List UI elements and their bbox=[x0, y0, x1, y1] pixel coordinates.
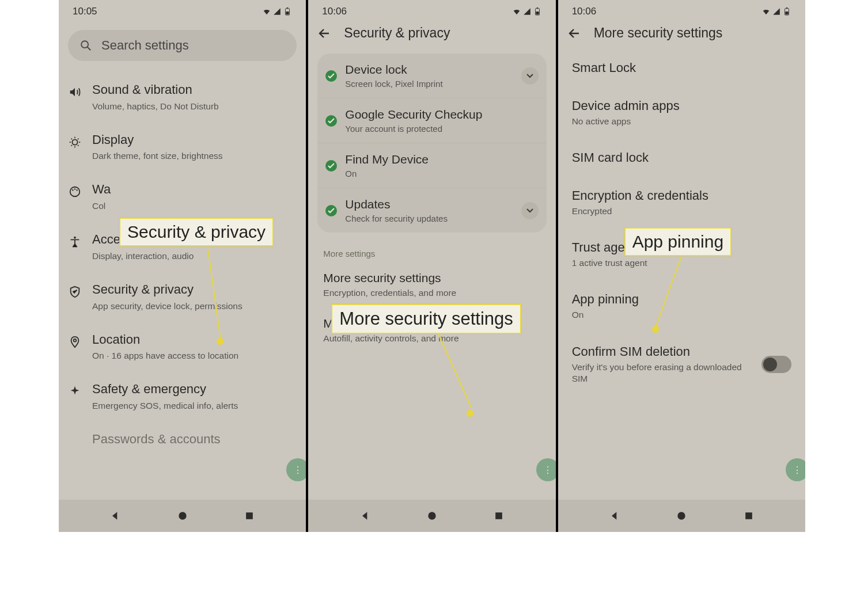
fab-button[interactable]: ⋮ bbox=[286, 458, 308, 481]
callout-app-pinning: App pinning bbox=[624, 227, 732, 256]
svg-line-4 bbox=[88, 47, 91, 51]
palette-icon bbox=[68, 185, 82, 199]
row-confirm-sim-deletion[interactable]: Confirm SIM deletionVerify it's you befo… bbox=[572, 333, 791, 396]
appbar: Security & privacy bbox=[308, 20, 555, 49]
fab-button[interactable]: ⋮ bbox=[536, 458, 558, 481]
svg-rect-18 bbox=[496, 512, 503, 519]
row-location[interactable]: LocationOn · 16 apps have access to loca… bbox=[68, 322, 297, 372]
nav-back-icon[interactable] bbox=[609, 510, 620, 522]
svg-point-9 bbox=[76, 190, 77, 191]
phone-screen-3: 10:06 More security settings Smart Lock … bbox=[558, 0, 805, 532]
row-sim-card-lock[interactable]: SIM card lock bbox=[572, 139, 791, 177]
nav-recent-icon[interactable] bbox=[743, 510, 755, 522]
card-updates[interactable]: UpdatesCheck for security updates bbox=[317, 188, 546, 233]
signal-icon bbox=[522, 7, 532, 16]
chevron-down-icon[interactable] bbox=[521, 202, 539, 219]
svg-rect-16 bbox=[536, 12, 539, 14]
nav-bar bbox=[558, 500, 805, 532]
appbar: More security settings bbox=[558, 20, 805, 49]
row-passwords-accounts[interactable]: Passwords & accounts bbox=[68, 422, 297, 459]
svg-point-11 bbox=[74, 339, 77, 342]
nav-recent-icon[interactable] bbox=[493, 510, 505, 522]
battery-icon bbox=[782, 7, 791, 16]
nav-recent-icon[interactable] bbox=[244, 510, 255, 522]
status-bar: 10:06 bbox=[558, 0, 805, 20]
toggle-switch[interactable] bbox=[761, 356, 791, 373]
signal-icon bbox=[772, 7, 781, 16]
card-google-security-checkup[interactable]: Google Security CheckupYour account is p… bbox=[317, 98, 546, 143]
status-bar: 10:05 bbox=[59, 0, 306, 20]
svg-rect-1 bbox=[287, 7, 289, 9]
row-encryption-credentials[interactable]: Encryption & credentialsEncrypted bbox=[572, 177, 791, 229]
accessibility-icon bbox=[68, 235, 82, 249]
svg-rect-21 bbox=[785, 12, 788, 14]
phone-screen-1: 10:05 Search settings Sound & vibrationV… bbox=[59, 0, 308, 532]
page-title: Security & privacy bbox=[344, 25, 450, 41]
status-bar: 10:06 bbox=[308, 0, 555, 20]
brightness-icon bbox=[68, 135, 82, 149]
svg-rect-13 bbox=[246, 512, 253, 519]
status-icons bbox=[262, 7, 292, 16]
page-title: More security settings bbox=[594, 25, 723, 41]
status-icons bbox=[512, 7, 542, 16]
svg-rect-23 bbox=[745, 512, 752, 519]
svg-point-5 bbox=[72, 139, 77, 145]
check-icon bbox=[325, 115, 337, 127]
chevron-down-icon[interactable] bbox=[521, 67, 539, 85]
section-label: More settings bbox=[323, 249, 540, 258]
signal-icon bbox=[272, 7, 282, 16]
row-wallpaper[interactable]: WaCol bbox=[68, 172, 297, 222]
row-security-privacy[interactable]: Security & privacyApp security, device l… bbox=[68, 272, 297, 322]
row-smart-lock[interactable]: Smart Lock bbox=[572, 49, 791, 87]
key-icon bbox=[68, 435, 82, 448]
callout-more-security-settings: More security settings bbox=[331, 304, 521, 334]
check-icon bbox=[325, 205, 337, 216]
svg-point-22 bbox=[678, 512, 685, 519]
back-button[interactable] bbox=[317, 26, 331, 40]
clock: 10:06 bbox=[572, 6, 597, 17]
check-icon bbox=[325, 160, 337, 172]
svg-point-3 bbox=[81, 41, 88, 48]
svg-rect-20 bbox=[786, 7, 788, 9]
emergency-icon bbox=[68, 385, 82, 398]
row-display[interactable]: DisplayDark theme, font size, brightness bbox=[68, 123, 297, 173]
row-device-admin-apps[interactable]: Device admin appsNo active apps bbox=[572, 87, 791, 139]
security-status-card: Device lockScreen lock, Pixel Imprint Go… bbox=[317, 54, 546, 233]
volume-icon bbox=[68, 85, 82, 99]
row-sound-vibration[interactable]: Sound & vibrationVolume, haptics, Do Not… bbox=[68, 73, 297, 123]
wifi-icon bbox=[761, 7, 771, 16]
wifi-icon bbox=[262, 7, 271, 16]
svg-point-17 bbox=[428, 512, 435, 519]
svg-rect-15 bbox=[536, 7, 538, 9]
svg-rect-2 bbox=[286, 12, 289, 14]
card-find-my-device[interactable]: Find My DeviceOn bbox=[317, 143, 546, 188]
location-icon bbox=[68, 335, 82, 349]
back-button[interactable] bbox=[567, 26, 581, 40]
nav-bar bbox=[59, 500, 306, 532]
nav-bar bbox=[308, 500, 555, 532]
battery-icon bbox=[283, 7, 292, 16]
search-icon bbox=[79, 39, 92, 52]
check-icon bbox=[325, 70, 337, 82]
nav-home-icon[interactable] bbox=[426, 510, 438, 522]
nav-home-icon[interactable] bbox=[177, 510, 188, 522]
nav-home-icon[interactable] bbox=[676, 510, 687, 522]
card-device-lock[interactable]: Device lockScreen lock, Pixel Imprint bbox=[317, 54, 546, 98]
nav-back-icon[interactable] bbox=[359, 510, 371, 522]
nav-back-icon[interactable] bbox=[109, 510, 121, 522]
clock: 10:05 bbox=[73, 6, 97, 17]
row-more-security-settings[interactable]: More security settings Encryption, crede… bbox=[308, 261, 555, 302]
search-input[interactable]: Search settings bbox=[68, 30, 297, 61]
row-safety-emergency[interactable]: Safety & emergencyEmergency SOS, medical… bbox=[68, 372, 297, 422]
row-app-pinning[interactable]: App pinningOn bbox=[572, 280, 791, 332]
svg-point-10 bbox=[74, 237, 76, 239]
clock: 10:06 bbox=[322, 6, 347, 17]
svg-point-7 bbox=[72, 190, 73, 191]
battery-icon bbox=[533, 7, 542, 16]
shield-icon bbox=[68, 285, 82, 299]
wifi-icon bbox=[512, 7, 521, 16]
fab-button[interactable]: ⋮ bbox=[786, 458, 805, 481]
svg-point-8 bbox=[74, 189, 75, 190]
svg-point-12 bbox=[179, 512, 186, 519]
search-placeholder: Search settings bbox=[101, 38, 189, 53]
